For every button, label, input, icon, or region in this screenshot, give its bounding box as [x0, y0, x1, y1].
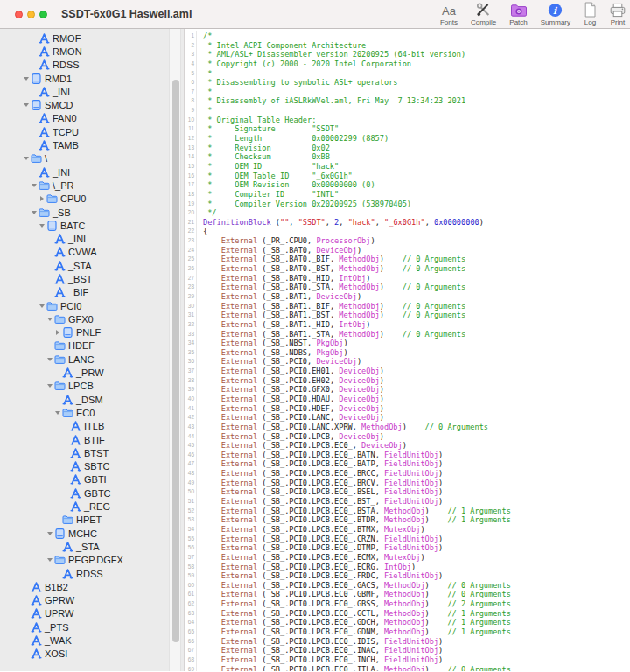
code-line[interactable]: 52 External (_SB_.PCI0.LPCB.EC0_.BSTA, M…	[185, 507, 630, 516]
tree-item-rmon[interactable]: RMON	[0, 45, 184, 58]
code-line[interactable]: 50 External (_SB_.PCI0.LPCB.EC0_.BSEL, F…	[185, 487, 630, 497]
tree-item-sta[interactable]: _STA	[0, 259, 184, 272]
code-line[interactable]: 69 External (_SB_.PCI0.LPCB.EC0_.ITLA, M…	[185, 665, 630, 671]
code-line[interactable]: 18 * Compiler ID "INTL"	[185, 190, 630, 200]
tree-item-tamb[interactable]: TAMB	[0, 138, 184, 151]
code-line[interactable]: 10 * Original Table Header:	[185, 116, 630, 125]
minimize-button[interactable]	[27, 10, 35, 18]
tree-item-gfx0[interactable]: GFX0	[0, 312, 184, 326]
tree-item-uprw[interactable]: UPRW	[0, 607, 184, 620]
tree-item-gprw[interactable]: GPRW	[0, 593, 184, 606]
code-line[interactable]: 5 *	[185, 69, 630, 79]
chevron-down-icon[interactable]	[37, 304, 46, 308]
code-line[interactable]: 36 External (_SB_.PCI0, DeviceObj)	[185, 357, 630, 367]
chevron-right-icon[interactable]	[37, 196, 46, 201]
tree-item-itlb[interactable]: ITLB	[0, 420, 184, 433]
print-button[interactable]: Print	[610, 1, 626, 26]
code-line[interactable]: 27 External (_SB_.BAT0._HID, IntObj)	[185, 274, 630, 284]
tree-item-ini[interactable]: _INI	[0, 165, 184, 178]
code-line[interactable]: 53 External (_SB_.PCI0.LPCB.EC0_.BTDR, M…	[185, 515, 630, 525]
tree-item-btif[interactable]: BTIF	[0, 433, 184, 446]
code-line[interactable]: 19 * Compiler Version 0x20200925 (538970…	[185, 200, 630, 209]
tree-item-rmof[interactable]: RMOF	[0, 32, 184, 45]
summary-button[interactable]: i Summary	[541, 1, 570, 26]
code-line[interactable]: 58 External (_SB_.PCI0.LPCB.EC0_.ECRG, I…	[185, 563, 630, 572]
chevron-down-icon[interactable]	[29, 184, 38, 187]
code-line[interactable]: 42 External (_SB_.PCI0.LANC, DeviceObj)	[185, 413, 630, 423]
code-line[interactable]: 68 External (_SB_.PCI0.LPCB.EC0_.INCH, F…	[185, 655, 630, 665]
tree-item-tcpu[interactable]: TCPU	[0, 125, 184, 138]
chevron-down-icon[interactable]	[52, 411, 62, 415]
code-line[interactable]: 22{	[185, 227, 630, 236]
code-line[interactable]: 60 External (_SB_.PCI0.LPCB.EC0_.GACS, M…	[185, 581, 630, 591]
code-line[interactable]: 57 External (_SB_.PCI0.LPCB.EC0_.ECMX, M…	[185, 553, 630, 563]
tree-item-pr[interactable]: \_PR	[0, 178, 184, 192]
tree-item-bif[interactable]: _BIF	[0, 286, 184, 299]
code-line[interactable]: 48 External (_SB_.PCI0.LPCB.EC0_.BRCC, F…	[185, 469, 630, 479]
code-line[interactable]: 35 External (_SB_.NDBS, PkgObj)	[185, 348, 630, 358]
code-line[interactable]: 12 * Length 0x00002299 (8857)	[185, 134, 630, 144]
code-line[interactable]: 55 External (_SB_.PCI0.LPCB.EC0_.CRZN, F…	[185, 535, 630, 544]
code-line[interactable]: 13 * Revision 0x02	[185, 144, 630, 153]
code-line[interactable]: 28 External (_SB_.BAT0._STA, MethodObj) …	[185, 283, 630, 292]
code-line[interactable]: 63 External (_SB_.PCI0.LPCB.EC0_.GCTL, M…	[185, 609, 630, 619]
code-editor[interactable]: 1/*2 * Intel ACPI Component Architecture…	[185, 29, 630, 671]
tree-item-pci0[interactable]: PCI0	[0, 299, 184, 312]
tree-item-hdef[interactable]: HDEF	[0, 340, 184, 353]
code-line[interactable]: 4 * Copyright (c) 2000 - 2020 Intel Corp…	[185, 60, 630, 69]
chevron-down-icon[interactable]	[45, 318, 54, 321]
code-line[interactable]: 43 External (_SB_.PCI0.LANC.XPRW, Method…	[185, 423, 630, 432]
tree-item-sbtc[interactable]: SBTC	[0, 460, 184, 473]
tree-item-[interactable]: \	[0, 152, 184, 165]
code-line[interactable]: 64 External (_SB_.PCI0.LPCB.EC0_.GDCH, M…	[185, 618, 630, 627]
tree-item-lpcb[interactable]: LPCB	[0, 380, 184, 393]
code-line[interactable]: 54 External (_SB_.PCI0.LPCB.EC0_.BTMX, M…	[185, 525, 630, 535]
code-line[interactable]: 31 External (_SB_.BAT1._BST, MethodObj) …	[185, 311, 630, 320]
code-line[interactable]: 30 External (_SB_.BAT1._BIF, MethodObj) …	[185, 302, 630, 312]
tree-item-pegpdgfx[interactable]: PEGP.DGFX	[0, 554, 184, 567]
tree-item-mchc[interactable]: MCHC	[0, 527, 184, 540]
compile-button[interactable]: Compile	[471, 1, 496, 26]
tree-item-gbti[interactable]: GBTI	[0, 473, 184, 486]
fonts-button[interactable]: Aa Fonts	[440, 1, 458, 26]
tree-item-cvwa[interactable]: CVWA	[0, 246, 184, 259]
chevron-right-icon[interactable]	[52, 330, 62, 335]
code-line[interactable]: 26 External (_SB_.BAT0._BST, MethodObj) …	[185, 264, 630, 274]
chevron-down-icon[interactable]	[21, 157, 31, 160]
tree-item-ec0[interactable]: EC0	[0, 406, 184, 419]
code-line[interactable]: 49 External (_SB_.PCI0.LPCB.EC0_.BRCV, F…	[185, 479, 630, 488]
tree-item-hpet[interactable]: HPET	[0, 514, 184, 527]
tree-item-gbtc[interactable]: GBTC	[0, 486, 184, 500]
tree-item-ini[interactable]: _INI	[0, 85, 184, 98]
code-line[interactable]: 41 External (_SB_.PCI0.HDEF, DeviceObj)	[185, 404, 630, 414]
tree-item-cpu0[interactable]: CPU0	[0, 192, 184, 206]
code-line[interactable]: 29 External (_SB_.BAT1, DeviceObj)	[185, 292, 630, 302]
chevron-down-icon[interactable]	[37, 224, 46, 228]
chevron-down-icon[interactable]	[21, 103, 31, 107]
tree-item-pts[interactable]: _PTS	[0, 620, 184, 634]
code-line[interactable]: 59 External (_SB_.PCI0.LPCB.EC0_.FRDC, F…	[185, 571, 630, 581]
code-line[interactable]: 23 External (_PR_.CPU0, ProcessorObj)	[185, 236, 630, 246]
tree-item-rdss[interactable]: RDSS	[0, 567, 184, 580]
tree-item-rmd1[interactable]: RMD1	[0, 72, 184, 85]
tree-item-dsm[interactable]: _DSM	[0, 393, 184, 406]
tree-item-rdss[interactable]: RDSS	[0, 59, 184, 72]
code-line[interactable]: 15 * OEM ID "hack"	[185, 162, 630, 172]
code-line[interactable]: 11 * Signature "SSDT"	[185, 124, 630, 134]
chevron-down-icon[interactable]	[29, 211, 38, 214]
tree-item-smcd[interactable]: SMCD	[0, 98, 184, 111]
code-line[interactable]: 51 External (_SB_.PCI0.LPCB.EC0_.BST_, F…	[185, 497, 630, 507]
code-line[interactable]: 2 * Intel ACPI Component Architecture	[185, 41, 630, 51]
tree-item-ini[interactable]: _INI	[0, 232, 184, 245]
code-line[interactable]: 38 External (_SB_.PCI0.EH02, DeviceObj)	[185, 376, 630, 386]
code-line[interactable]: 34 External (_SB_.NBST, PkgObj)	[185, 339, 630, 348]
code-line[interactable]: 21DefinitionBlock ("", "SSDT", 2, "hack"…	[185, 218, 630, 228]
log-button[interactable]: Log	[584, 1, 597, 26]
tree-item-pnlf[interactable]: PNLF	[0, 326, 184, 340]
tree-item-sta[interactable]: _STA	[0, 540, 184, 553]
chevron-down-icon[interactable]	[45, 384, 54, 388]
code-line[interactable]: 20 */	[185, 208, 630, 218]
tree-item-wak[interactable]: _WAK	[0, 634, 184, 647]
chevron-down-icon[interactable]	[45, 532, 54, 536]
code-line[interactable]: 24 External (_SB_.BAT0, DeviceObj)	[185, 246, 630, 256]
